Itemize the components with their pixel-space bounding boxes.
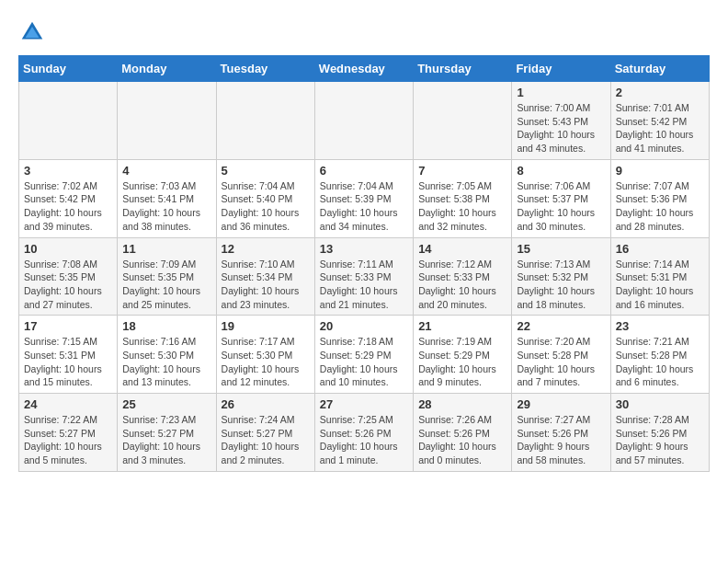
- day-info: Sunrise: 7:00 AMSunset: 5:43 PMDaylight:…: [517, 101, 605, 155]
- day-number: 11: [122, 242, 210, 256]
- calendar-header-wednesday: Wednesday: [314, 56, 413, 82]
- calendar-cell: 28Sunrise: 7:26 AMSunset: 5:26 PMDayligh…: [414, 394, 512, 472]
- calendar-week-5: 24Sunrise: 7:22 AMSunset: 5:27 PMDayligh…: [19, 394, 710, 472]
- day-info: Sunrise: 7:17 AMSunset: 5:30 PMDaylight:…: [222, 335, 310, 389]
- day-number: 16: [616, 242, 704, 256]
- day-number: 13: [320, 242, 408, 256]
- calendar-cell: 10Sunrise: 7:08 AMSunset: 5:35 PMDayligh…: [19, 237, 118, 316]
- day-number: 4: [122, 164, 210, 178]
- day-info: Sunrise: 7:05 AMSunset: 5:38 PMDaylight:…: [418, 179, 506, 234]
- logo-icon: [18, 18, 46, 46]
- calendar-cell: 8Sunrise: 7:06 AMSunset: 5:37 PMDaylight…: [512, 159, 610, 237]
- day-info: Sunrise: 7:18 AMSunset: 5:29 PMDaylight:…: [320, 335, 408, 389]
- day-info: Sunrise: 7:03 AMSunset: 5:41 PMDaylight:…: [122, 179, 210, 234]
- calendar-cell: 6Sunrise: 7:04 AMSunset: 5:39 PMDaylight…: [314, 159, 413, 237]
- calendar-cell: 23Sunrise: 7:21 AMSunset: 5:28 PMDayligh…: [610, 316, 709, 394]
- day-info: Sunrise: 7:22 AMSunset: 5:27 PMDaylight:…: [24, 413, 112, 467]
- calendar-header-thursday: Thursday: [414, 56, 512, 82]
- calendar-cell: 24Sunrise: 7:22 AMSunset: 5:27 PMDayligh…: [19, 394, 118, 472]
- day-info: Sunrise: 7:20 AMSunset: 5:28 PMDaylight:…: [517, 335, 605, 389]
- day-number: 12: [222, 242, 310, 256]
- calendar-cell: 14Sunrise: 7:12 AMSunset: 5:33 PMDayligh…: [414, 237, 512, 316]
- calendar-cell: 26Sunrise: 7:24 AMSunset: 5:27 PMDayligh…: [216, 394, 314, 472]
- calendar-cell: 20Sunrise: 7:18 AMSunset: 5:29 PMDayligh…: [314, 316, 413, 394]
- day-number: 27: [320, 397, 408, 411]
- day-info: Sunrise: 7:24 AMSunset: 5:27 PMDaylight:…: [222, 413, 310, 467]
- page-header: [18, 18, 710, 46]
- day-info: Sunrise: 7:07 AMSunset: 5:36 PMDaylight:…: [616, 179, 704, 234]
- day-number: 24: [24, 397, 112, 411]
- calendar-table: SundayMondayTuesdayWednesdayThursdayFrid…: [18, 55, 710, 472]
- calendar-cell: 11Sunrise: 7:09 AMSunset: 5:35 PMDayligh…: [118, 237, 216, 316]
- day-number: 1: [517, 86, 605, 99]
- calendar-cell: [118, 82, 216, 160]
- calendar-week-4: 17Sunrise: 7:15 AMSunset: 5:31 PMDayligh…: [19, 316, 710, 394]
- calendar-header-monday: Monday: [118, 56, 216, 82]
- day-number: 20: [320, 319, 408, 333]
- day-number: 15: [517, 242, 605, 256]
- calendar-cell: 21Sunrise: 7:19 AMSunset: 5:29 PMDayligh…: [414, 316, 512, 394]
- day-info: Sunrise: 7:28 AMSunset: 5:26 PMDaylight:…: [616, 413, 704, 467]
- calendar-week-2: 3Sunrise: 7:02 AMSunset: 5:42 PMDaylight…: [19, 159, 710, 237]
- calendar-cell: 13Sunrise: 7:11 AMSunset: 5:33 PMDayligh…: [314, 237, 413, 316]
- calendar-header-sunday: Sunday: [19, 56, 118, 82]
- calendar-header-friday: Friday: [512, 56, 610, 82]
- calendar-cell: 15Sunrise: 7:13 AMSunset: 5:32 PMDayligh…: [512, 237, 610, 316]
- calendar-cell: 7Sunrise: 7:05 AMSunset: 5:38 PMDaylight…: [414, 159, 512, 237]
- day-number: 6: [320, 164, 408, 178]
- day-number: 28: [418, 397, 506, 411]
- day-info: Sunrise: 7:13 AMSunset: 5:32 PMDaylight:…: [517, 258, 605, 312]
- calendar-cell: 29Sunrise: 7:27 AMSunset: 5:26 PMDayligh…: [512, 394, 610, 472]
- calendar-cell: 2Sunrise: 7:01 AMSunset: 5:42 PMDaylight…: [610, 82, 709, 160]
- calendar-cell: 27Sunrise: 7:25 AMSunset: 5:26 PMDayligh…: [314, 394, 413, 472]
- day-info: Sunrise: 7:14 AMSunset: 5:31 PMDaylight:…: [616, 258, 704, 312]
- calendar-header-tuesday: Tuesday: [216, 56, 314, 82]
- day-info: Sunrise: 7:09 AMSunset: 5:35 PMDaylight:…: [122, 258, 210, 312]
- day-info: Sunrise: 7:04 AMSunset: 5:39 PMDaylight:…: [320, 179, 408, 234]
- day-info: Sunrise: 7:19 AMSunset: 5:29 PMDaylight:…: [418, 335, 506, 389]
- day-number: 14: [418, 242, 506, 256]
- day-number: 2: [616, 86, 704, 99]
- day-number: 25: [122, 397, 210, 411]
- calendar-cell: 16Sunrise: 7:14 AMSunset: 5:31 PMDayligh…: [610, 237, 709, 316]
- day-info: Sunrise: 7:02 AMSunset: 5:42 PMDaylight:…: [24, 179, 112, 234]
- calendar-cell: 19Sunrise: 7:17 AMSunset: 5:30 PMDayligh…: [216, 316, 314, 394]
- day-info: Sunrise: 7:08 AMSunset: 5:35 PMDaylight:…: [24, 258, 112, 312]
- calendar-cell: 17Sunrise: 7:15 AMSunset: 5:31 PMDayligh…: [19, 316, 118, 394]
- day-number: 30: [616, 397, 704, 411]
- day-info: Sunrise: 7:11 AMSunset: 5:33 PMDaylight:…: [320, 258, 408, 312]
- calendar-cell: 9Sunrise: 7:07 AMSunset: 5:36 PMDaylight…: [610, 159, 709, 237]
- calendar-cell: 25Sunrise: 7:23 AMSunset: 5:27 PMDayligh…: [118, 394, 216, 472]
- day-info: Sunrise: 7:23 AMSunset: 5:27 PMDaylight:…: [122, 413, 210, 467]
- calendar-cell: [314, 82, 413, 160]
- day-number: 10: [24, 242, 112, 256]
- day-number: 22: [517, 319, 605, 333]
- day-number: 26: [222, 397, 310, 411]
- day-number: 18: [122, 319, 210, 333]
- calendar-cell: 12Sunrise: 7:10 AMSunset: 5:34 PMDayligh…: [216, 237, 314, 316]
- logo: [18, 18, 50, 46]
- day-info: Sunrise: 7:10 AMSunset: 5:34 PMDaylight:…: [222, 258, 310, 312]
- day-info: Sunrise: 7:06 AMSunset: 5:37 PMDaylight:…: [517, 179, 605, 234]
- day-info: Sunrise: 7:16 AMSunset: 5:30 PMDaylight:…: [122, 335, 210, 389]
- calendar-cell: [216, 82, 314, 160]
- calendar-cell: [19, 82, 118, 160]
- calendar-cell: 1Sunrise: 7:00 AMSunset: 5:43 PMDaylight…: [512, 82, 610, 160]
- day-number: 29: [517, 397, 605, 411]
- day-number: 3: [24, 164, 112, 178]
- calendar-cell: 5Sunrise: 7:04 AMSunset: 5:40 PMDaylight…: [216, 159, 314, 237]
- day-number: 23: [616, 319, 704, 333]
- day-info: Sunrise: 7:26 AMSunset: 5:26 PMDaylight:…: [418, 413, 506, 467]
- day-number: 19: [222, 319, 310, 333]
- calendar-cell: 22Sunrise: 7:20 AMSunset: 5:28 PMDayligh…: [512, 316, 610, 394]
- calendar-cell: 18Sunrise: 7:16 AMSunset: 5:30 PMDayligh…: [118, 316, 216, 394]
- day-info: Sunrise: 7:21 AMSunset: 5:28 PMDaylight:…: [616, 335, 704, 389]
- day-number: 7: [418, 164, 506, 178]
- calendar-cell: 4Sunrise: 7:03 AMSunset: 5:41 PMDaylight…: [118, 159, 216, 237]
- day-info: Sunrise: 7:04 AMSunset: 5:40 PMDaylight:…: [222, 179, 310, 234]
- calendar-week-3: 10Sunrise: 7:08 AMSunset: 5:35 PMDayligh…: [19, 237, 710, 316]
- day-info: Sunrise: 7:27 AMSunset: 5:26 PMDaylight:…: [517, 413, 605, 467]
- day-info: Sunrise: 7:25 AMSunset: 5:26 PMDaylight:…: [320, 413, 408, 467]
- day-number: 17: [24, 319, 112, 333]
- calendar-week-1: 1Sunrise: 7:00 AMSunset: 5:43 PMDaylight…: [19, 82, 710, 160]
